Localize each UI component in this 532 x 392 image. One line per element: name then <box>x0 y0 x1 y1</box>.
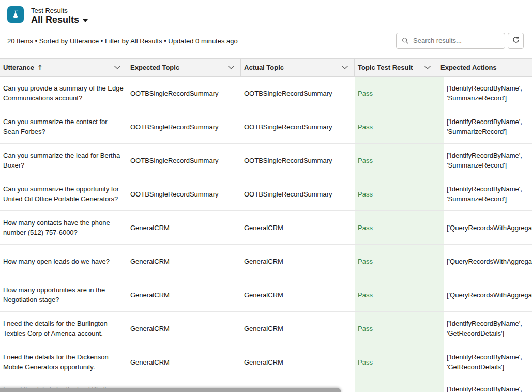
search-icon <box>402 37 409 47</box>
table-row[interactable]: I need the details for the Burlington Te… <box>0 312 532 345</box>
column-label: Topic Test Result <box>358 64 413 71</box>
cell-utterance: How many open leads do we have? <box>0 252 127 270</box>
table-row[interactable]: Can you summarize the lead for Bertha Bo… <box>0 144 532 177</box>
cell-actual-topic: GeneralCRM <box>241 286 355 304</box>
table-header: Utterance↑Expected TopicActual TopicTopi… <box>0 58 532 77</box>
table-row[interactable]: How many contacts have the phone number … <box>0 211 532 245</box>
table-row[interactable]: Can you summarize the contact for Sean F… <box>0 110 532 144</box>
table-row[interactable]: How many opportunities are in the Negoti… <box>0 278 532 312</box>
cell-actual-topic: GeneralCRM <box>241 320 355 338</box>
cell-expected-actions: ['IdentifyRecordByName', 'SummarizeRecor… <box>444 113 532 141</box>
cell-expected-actions: ['IdentifyRecordByName', 'GetRecordDetai… <box>444 348 532 376</box>
cell-expected-actions: ['IdentifyRecordByName', <box>444 379 532 392</box>
cell-topic-test-result: Pass <box>355 77 444 110</box>
cell-expected-topic: OOTBSingleRecordSummary <box>127 84 241 102</box>
cell-actual-topic: GeneralCRM <box>241 252 355 270</box>
table-row[interactable]: Can you summarize the opportunity for Un… <box>0 177 532 211</box>
cell-topic-test-result: Pass <box>355 110 444 143</box>
chevron-down-icon <box>83 19 88 22</box>
search-input[interactable] <box>397 33 505 48</box>
search-box <box>396 33 505 49</box>
cell-topic-test-result: Pass <box>355 312 444 345</box>
cell-utterance: How many opportunities are in the Negoti… <box>0 281 127 309</box>
cell-actual-topic <box>241 379 355 388</box>
cell-expected-actions: ['IdentifyRecordByName', 'SummarizeRecor… <box>444 79 532 107</box>
table-row[interactable]: How many open leads do we have?GeneralCR… <box>0 245 532 278</box>
chevron-down-icon[interactable] <box>228 66 234 69</box>
cell-expected-topic: GeneralCRM <box>127 320 241 338</box>
cell-utterance: I need the details for the Burlington Te… <box>0 314 127 342</box>
column-header-expected-actions[interactable]: Expected Actions <box>437 59 532 76</box>
column-label: Expected Actions <box>440 64 497 71</box>
cell-actual-topic: OOTBSingleRecordSummary <box>241 118 355 136</box>
cell-expected-actions: ['IdentifyRecordByName', 'SummarizeRecor… <box>444 180 532 208</box>
cell-topic-test-result: Pass <box>355 177 444 210</box>
column-label: Utterance <box>3 64 34 71</box>
horizontal-scrollbar-thumb[interactable] <box>0 388 341 392</box>
cell-actual-topic: OOTBSingleRecordSummary <box>241 84 355 102</box>
cell-expected-topic: GeneralCRM <box>127 286 241 304</box>
cell-expected-actions: ['QueryRecordsWithAggrega <box>444 252 532 270</box>
cell-actual-topic: OOTBSingleRecordSummary <box>241 185 355 203</box>
cell-topic-test-result: Pass <box>355 278 444 311</box>
cell-expected-topic <box>127 379 241 388</box>
cell-utterance: Can you summarize the opportunity for Un… <box>0 180 127 208</box>
cell-expected-actions: ['QueryRecordsWithAggrega <box>444 286 532 304</box>
cell-actual-topic: OOTBSingleRecordSummary <box>241 152 355 170</box>
cell-expected-topic: OOTBSingleRecordSummary <box>127 185 241 203</box>
cell-actual-topic: GeneralCRM <box>241 353 355 371</box>
list-toolbar: 20 Items • Sorted by Utterance • Filter … <box>0 29 532 58</box>
cell-utterance: Can you summarize the contact for Sean F… <box>0 113 127 141</box>
cell-expected-actions: ['IdentifyRecordByName', 'GetRecordDetai… <box>444 314 532 342</box>
cell-topic-test-result <box>355 379 444 392</box>
cell-expected-topic: GeneralCRM <box>127 353 241 371</box>
chevron-down-icon[interactable] <box>114 66 120 69</box>
chevron-down-icon[interactable] <box>424 66 431 69</box>
cell-topic-test-result: Pass <box>355 345 444 379</box>
list-summary: 20 Items • Sorted by Utterance • Filter … <box>7 37 238 45</box>
chevron-down-icon[interactable] <box>342 66 348 69</box>
cell-actual-topic: GeneralCRM <box>241 219 355 237</box>
cell-expected-topic: OOTBSingleRecordSummary <box>127 152 241 170</box>
column-label: Expected Topic <box>130 64 179 71</box>
cell-utterance: Can you provide a summary of the Edge Co… <box>0 79 127 107</box>
table-body: Can you provide a summary of the Edge Co… <box>0 77 532 392</box>
sort-ascending-icon: ↑ <box>37 64 43 71</box>
cell-expected-topic: OOTBSingleRecordSummary <box>127 118 241 136</box>
page-header: Test Results All Results <box>0 0 532 29</box>
cell-topic-test-result: Pass <box>355 211 444 244</box>
refresh-icon <box>512 36 520 46</box>
cell-utterance: How many contacts have the phone number … <box>0 214 127 242</box>
column-header-topic-test-result[interactable]: Topic Test Result <box>355 59 437 76</box>
cell-expected-topic: GeneralCRM <box>127 219 241 237</box>
table-row[interactable]: Can you provide a summary of the Edge Co… <box>0 77 532 110</box>
cell-topic-test-result: Pass <box>355 144 444 177</box>
column-label: Actual Topic <box>244 64 284 71</box>
cell-expected-topic: GeneralCRM <box>127 252 241 270</box>
column-header-utterance[interactable]: Utterance↑ <box>0 59 127 76</box>
cell-utterance: I need the details for the Dickenson Mob… <box>0 348 127 376</box>
list-view-selector[interactable]: All Results <box>31 14 532 25</box>
list-view-label: All Results <box>31 14 79 25</box>
cell-utterance: Can you summarize the lead for Bertha Bo… <box>0 146 127 174</box>
cell-expected-actions: ['IdentifyRecordByName', 'SummarizeRecor… <box>444 146 532 174</box>
cell-expected-actions: ['QueryRecordsWithAggrega <box>444 219 532 237</box>
column-header-expected-topic[interactable]: Expected Topic <box>127 59 241 76</box>
table-row[interactable]: I need the details for the Dickenson Mob… <box>0 345 532 379</box>
refresh-button[interactable] <box>508 33 524 49</box>
results-table: Utterance↑Expected TopicActual TopicTopi… <box>0 58 532 392</box>
flask-icon <box>7 6 24 23</box>
cell-topic-test-result: Pass <box>355 245 444 278</box>
object-label: Test Results <box>31 7 532 14</box>
column-header-actual-topic[interactable]: Actual Topic <box>241 59 355 76</box>
